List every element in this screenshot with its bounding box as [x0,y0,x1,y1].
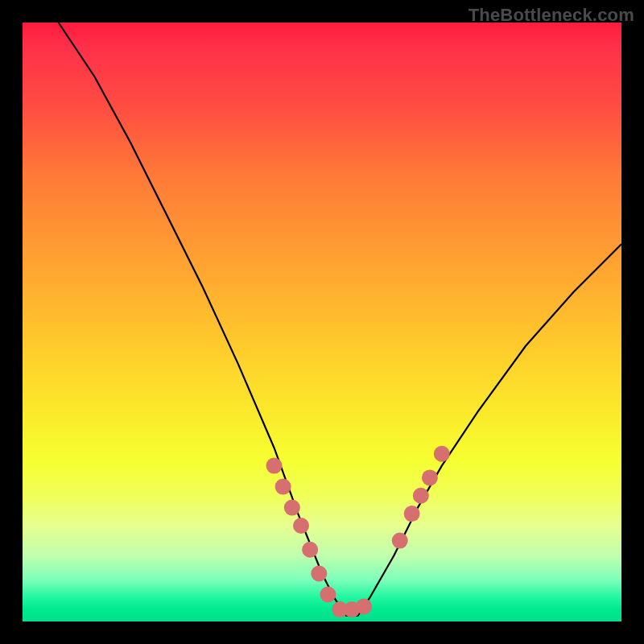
marker-group [266,446,450,617]
data-marker [266,458,283,474]
data-marker [284,500,300,516]
chart-svg [23,23,621,621]
data-marker [404,506,420,522]
data-marker [293,518,309,534]
bottleneck-curve [59,23,621,616]
data-marker [320,587,336,603]
data-marker [413,488,429,504]
data-marker [356,598,372,614]
data-marker [392,533,408,549]
data-marker [302,542,318,558]
data-marker [275,479,291,495]
plot-area [23,23,621,621]
data-marker [434,446,450,462]
data-marker [311,566,327,582]
data-marker [422,469,438,485]
chart-frame: TheBottleneck.com [0,0,644,644]
watermark-text: TheBottleneck.com [469,5,634,26]
